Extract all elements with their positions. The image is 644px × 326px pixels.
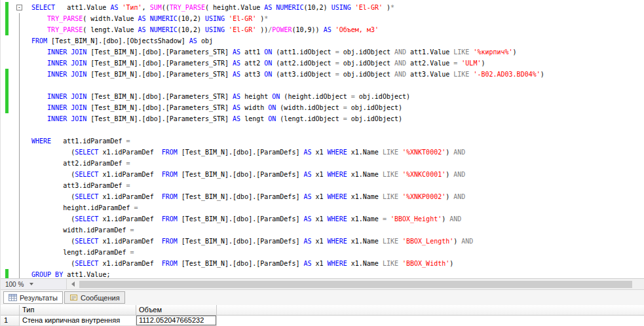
sql-token	[31, 104, 47, 111]
fold-guide-line	[19, 113, 20, 124]
sql-token: *	[390, 4, 394, 11]
column-header-objem[interactable]: Объем	[136, 305, 217, 316]
sql-token: FROM	[162, 149, 178, 156]
sql-token: [Test_BIM_N].[dbo].[ParamDefs]	[178, 149, 304, 156]
folding-margin	[14, 191, 26, 202]
code-line-24[interactable]: (SELECT x1.idParamDef FROM [Test_BIM_N].…	[1, 258, 644, 269]
sql-token: [Test_BIM_N].[dbo].[ObjectsShadow]	[47, 37, 189, 45]
sql-token: x1.Name	[347, 171, 383, 178]
sql-token: x1	[311, 260, 327, 267]
folding-margin: -	[14, 2, 26, 13]
code-line-1[interactable]: -SELECT att1.Value AS 'Тип', SUM((TRY_PA…	[1, 2, 644, 13]
sql-token: x1	[311, 149, 327, 156]
code-line-3[interactable]: TRY_PARSE( lengt.Value AS NUMERIC(10,2) …	[1, 24, 644, 35]
cell-tip[interactable]: Стена кирпичная внутренняя	[20, 316, 136, 326]
sql-token: AS	[189, 37, 197, 45]
code-line-21[interactable]: width.idParamDef =	[1, 225, 644, 236]
code-line-22[interactable]: (SELECT x1.idParamDef FROM [Test_BIM_N].…	[1, 236, 644, 247]
sql-token: width.idParamDef	[31, 226, 130, 234]
sql-token: ON	[264, 48, 272, 56]
code-line-23[interactable]: lengt.idParamDef =	[1, 247, 644, 258]
tab-results[interactable]: Результаты	[3, 291, 63, 304]
code-text: width.idParamDef =	[26, 225, 134, 236]
code-line-8[interactable]	[1, 80, 644, 91]
fold-guide-line	[19, 24, 20, 35]
fold-guide-line	[19, 58, 20, 69]
sql-token: LIKE	[453, 71, 469, 78]
sql-token: ON	[264, 71, 272, 78]
sql-token: 'ULM'	[461, 60, 481, 67]
code-line-15[interactable]: att2.idParamDef =	[1, 158, 644, 169]
collapse-region-icon[interactable]: -	[16, 5, 22, 10]
sql-token: AS	[303, 193, 311, 200]
selection-margin	[1, 169, 14, 180]
code-line-7[interactable]: INNER JOIN [Test_BIM_N].[dbo].[Parameter…	[1, 69, 644, 80]
change-tracking-bar	[5, 80, 9, 91]
sql-token: AS	[233, 60, 240, 67]
fold-guide-line	[19, 13, 20, 24]
cell-objem[interactable]: 1112.052047665232	[136, 316, 217, 326]
editor-bottom-bar: 100 %	[1, 278, 644, 289]
code-line-4[interactable]: FROM [Test_BIM_N].[dbo].[ObjectsShadow] …	[1, 35, 644, 46]
sql-token: (	[31, 193, 75, 200]
code-line-5[interactable]: INNER JOIN [Test_BIM_N].[dbo].[Parameter…	[1, 46, 644, 58]
sql-token: WHERE	[328, 193, 347, 200]
sql-token: (10,2)	[178, 26, 205, 33]
change-tracking-bar	[5, 91, 9, 102]
sql-token: ON	[268, 104, 276, 111]
sql-token: FROM	[162, 238, 178, 245]
zoom-control[interactable]: 100 %	[1, 279, 66, 289]
code-text: lengt.idParamDef =	[26, 247, 134, 258]
code-line-17[interactable]: att3.idParamDef =	[1, 180, 644, 191]
code-line-13[interactable]: WHERE att1.idParamDef =	[1, 136, 644, 147]
code-line-25[interactable]: GROUP BY att1.Value;	[1, 269, 644, 278]
row-header[interactable]: 1	[1, 316, 20, 326]
folding-margin	[14, 136, 26, 147]
selection-margin	[1, 113, 14, 124]
sql-token: TRY_PARSE	[47, 15, 83, 22]
scrollbar-thumb[interactable]	[79, 281, 632, 288]
sql-token	[31, 48, 47, 56]
sql-token: SELECT	[75, 260, 98, 267]
horizontal-scrollbar[interactable]	[66, 279, 644, 289]
table-row: 1 Стена кирпичная внутренняя 1112.052047…	[1, 316, 644, 326]
sql-token: FROM	[162, 260, 178, 267]
code-line-12[interactable]	[1, 124, 644, 136]
sql-token: AND	[394, 71, 406, 78]
code-line-10[interactable]: INNER JOIN [Test_BIM_N].[dbo].[Parameter…	[1, 102, 644, 113]
sql-token: x1.idParamDef	[98, 215, 161, 223]
code-line-11[interactable]: INNER JOIN [Test_BIM_N].[dbo].[Parameter…	[1, 113, 644, 124]
sql-token: (width.idObject	[276, 104, 343, 111]
change-tracking-bar	[5, 69, 9, 80]
code-lines-container: -SELECT att1.Value AS 'Тип', SUM((TRY_PA…	[1, 2, 644, 278]
selection-margin	[1, 46, 14, 58]
sql-token: )	[445, 171, 453, 178]
code-line-16[interactable]: (SELECT x1.idParamDef FROM [Test_BIM_N].…	[1, 169, 644, 180]
tab-messages[interactable]: Сообщения	[64, 291, 125, 304]
code-line-6[interactable]: INNER JOIN [Test_BIM_N].[dbo].[Parameter…	[1, 58, 644, 69]
code-line-9[interactable]: INNER JOIN [Test_BIM_N].[dbo].[Parameter…	[1, 91, 644, 102]
sql-token: (	[31, 149, 75, 156]
sql-token: )	[445, 149, 453, 156]
sql-token: INNER JOIN	[47, 104, 86, 111]
scroll-left-icon[interactable]	[71, 281, 75, 287]
code-line-20[interactable]: (SELECT x1.idParamDef FROM [Test_BIM_N].…	[1, 213, 644, 225]
sql-token: ))	[256, 26, 268, 33]
sql-token: FROM	[162, 215, 178, 223]
sql-token: )	[481, 60, 485, 67]
code-line-2[interactable]: TRY_PARSE( width.Value AS NUMERIC(10,2) …	[1, 13, 644, 24]
grid-corner-cell[interactable]	[1, 305, 20, 316]
sql-token: )	[513, 48, 517, 56]
ssms-query-window: -SELECT att1.Value AS 'Тип', SUM((TRY_PA…	[0, 0, 644, 326]
code-line-14[interactable]: (SELECT x1.idParamDef FROM [Test_BIM_N].…	[1, 147, 644, 158]
sql-token: )	[453, 238, 461, 245]
code-text: att3.idParamDef =	[26, 180, 130, 191]
sql-editor[interactable]: -SELECT att1.Value AS 'Тип', SUM((TRY_PA…	[1, 0, 644, 278]
sql-token: height	[240, 93, 272, 100]
code-text: INNER JOIN [Test_BIM_N].[dbo].[Parameter…	[26, 102, 402, 113]
sql-token: AND	[394, 60, 406, 67]
code-line-18[interactable]: (SELECT x1.idParamDef FROM [Test_BIM_N].…	[1, 191, 644, 202]
code-line-19[interactable]: height.idParamDef =	[1, 202, 644, 213]
column-header-tip[interactable]: Тип	[20, 305, 136, 316]
sql-token: )	[449, 260, 453, 267]
